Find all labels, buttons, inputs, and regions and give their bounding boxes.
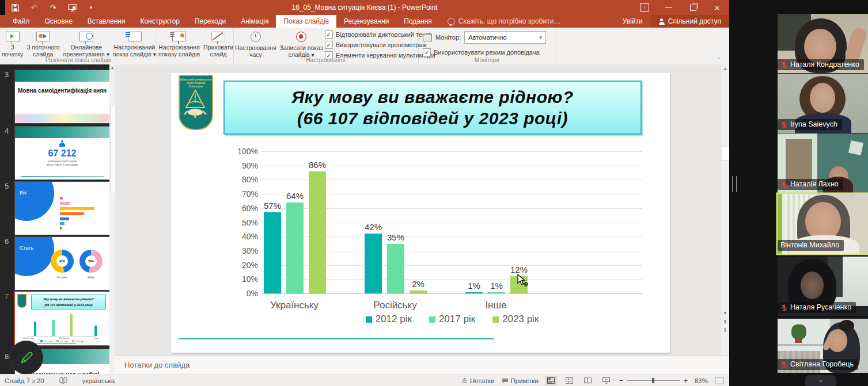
checkbox-presenter-view[interactable]: ✓Використовувати режим доповідача — [423, 48, 540, 56]
fit-to-window-icon[interactable] — [715, 377, 723, 384]
notes-toggle[interactable]: Нотатки — [461, 377, 494, 384]
mini-bar — [60, 212, 84, 215]
video-tile-2[interactable]: Iryna Saievych — [778, 74, 868, 133]
minimize-icon[interactable]: — — [657, 0, 681, 15]
scroll-up-icon[interactable]: ▲ — [109, 66, 115, 70]
person-icon — [659, 18, 665, 24]
normal-view-button[interactable] — [545, 376, 557, 385]
scrollbar-thumb[interactable] — [110, 106, 115, 193]
from-beginning-button[interactable]: Зпочатку — [0, 28, 25, 58]
thumbnail-scrollbar[interactable]: ▲ — [109, 64, 115, 374]
person-stat-icon — [59, 140, 65, 148]
monitor-dropdown[interactable]: Автоматично▾ — [464, 31, 546, 44]
start-slideshow-icon[interactable] — [67, 3, 77, 12]
restore-icon[interactable] — [681, 0, 705, 15]
video-tile-3[interactable]: Наталія Лахно — [778, 133, 868, 193]
mini-bar — [60, 222, 65, 225]
share-button[interactable]: Спільний доступ — [651, 15, 729, 28]
tab-slideshow[interactable]: Показ слайдів — [276, 15, 336, 28]
zoom-level[interactable]: 83% — [695, 377, 708, 384]
thumbnail-slide-5[interactable]: Вік — [15, 182, 109, 235]
scroll-down-icon[interactable]: ▼ — [721, 311, 729, 316]
rehearse-timings-button[interactable]: Настроюваннячасу — [233, 28, 278, 61]
save-icon[interactable] — [10, 3, 20, 12]
tab-animations[interactable]: Анімація — [233, 15, 276, 28]
sign-in-button[interactable]: Увійти — [615, 17, 651, 25]
group-start-slideshow: Зпочатку З поточногослайда Онлайновепрез… — [0, 28, 157, 64]
more-participants-button[interactable]: ⌄ — [805, 375, 836, 386]
previous-slide-icon[interactable]: ⇞ — [721, 319, 729, 325]
language-indicator[interactable]: українська — [82, 377, 115, 384]
window-controls: ↑ — × — [632, 0, 729, 15]
mini-bar — [60, 202, 70, 205]
tell-me-box[interactable]: Скажіть, що потрібно зробити… — [439, 15, 561, 28]
zoom-out-icon[interactable]: − — [619, 376, 624, 385]
video-tile-1[interactable]: Наталя Кондратенко — [778, 14, 868, 73]
zoom-in-icon[interactable]: + — [683, 376, 688, 385]
lightbulb-icon — [448, 18, 455, 25]
tab-review[interactable]: Рецензування — [336, 15, 396, 28]
bar-group — [87, 311, 109, 336]
slide-sorter-view-button[interactable] — [564, 376, 575, 385]
thumbnail-slide-7-current[interactable]: Яку мову ви вважаєте рідною?(66 107 відп… — [15, 292, 109, 345]
scroll-up-icon[interactable]: ▲ — [721, 66, 729, 71]
custom-slideshow-button[interactable]: Настроюванийпоказ слайдів ▾ — [111, 28, 158, 58]
bar — [70, 314, 73, 336]
bar-chart[interactable]: 57%64%86%42%35%2%1%1%12% — [262, 151, 642, 293]
hide-slide-button[interactable]: Приховатислайд — [202, 28, 235, 58]
bar — [387, 244, 404, 293]
slide-title-box[interactable]: Яку мову ви вважаєте рідною? (66 107 від… — [223, 81, 642, 135]
thumbnail-slide-3[interactable]: Мовна самоідентифікація киян — [15, 70, 109, 123]
close-icon[interactable]: × — [705, 0, 729, 15]
bar-column: 12% — [510, 151, 528, 293]
video-tile-5[interactable]: Наталя Русаченко — [778, 257, 868, 316]
zoom-slider[interactable]: − + — [619, 376, 688, 385]
y-axis-tick: 50% — [230, 218, 258, 227]
video-tile-4-active-speaker[interactable]: Вінтонів Михайло — [778, 194, 868, 254]
slide-canvas[interactable]: Київський університетімені Бориса Грінче… — [170, 72, 670, 353]
tab-insert[interactable]: Вставлення — [80, 15, 133, 28]
bar-column: 42% — [365, 151, 382, 293]
undo-icon[interactable]: ↶ — [29, 3, 39, 12]
group-label: Розпочати показ слайдів — [0, 57, 157, 63]
slide-header-band — [15, 70, 109, 82]
bar — [309, 171, 326, 293]
panel-resize-handle[interactable] — [732, 176, 737, 192]
annotation-pencil-button[interactable] — [10, 341, 43, 374]
record-icon — [296, 29, 306, 44]
reading-view-button[interactable] — [582, 376, 594, 385]
setup-slideshow-button[interactable]: Настроюванняпоказу слайдів — [157, 28, 202, 58]
checkbox-icon: ✓ — [325, 41, 333, 49]
spellcheck-icon[interactable] — [59, 377, 67, 385]
slide-number: 5 — [5, 182, 9, 190]
record-slideshow-button[interactable]: Записати показслайдів ▾ — [278, 28, 325, 61]
mini-legend: 2012 рік 2017 рік 2023 рік — [29, 340, 96, 343]
from-current-slide-button[interactable]: З поточногослайда — [25, 28, 61, 58]
present-online-button[interactable]: Онлайновепрезентування ▾ — [62, 28, 111, 58]
tab-file[interactable]: Файл — [5, 15, 37, 28]
mic-muted-icon — [780, 304, 788, 311]
editing-canvas: Київський університетімені Бориса Грінче… — [115, 64, 729, 356]
zoom-slider-track[interactable] — [627, 380, 680, 381]
tab-home[interactable]: Основне — [37, 15, 80, 28]
scrollbar-thumb[interactable] — [722, 147, 730, 160]
customize-qat-icon[interactable]: ▾ — [86, 3, 96, 12]
notes-pane[interactable]: Нотатки до слайда — [115, 356, 729, 374]
monitor-icon — [423, 34, 432, 41]
tab-view[interactable]: Подання — [396, 15, 439, 28]
collapse-ribbon-icon[interactable]: ⌃ — [717, 56, 721, 63]
vertical-scrollbar[interactable]: ▲ ▼ ⇞ ⇟ — [721, 64, 729, 356]
tab-design[interactable]: Конструктор — [132, 15, 187, 28]
comments-toggle[interactable]: Примітки — [502, 377, 539, 384]
thumbnail-slide-4[interactable]: 67 212 унікальних користувачів взяло уча… — [15, 127, 109, 179]
video-tile-6[interactable]: Світлана Горобець — [778, 319, 868, 373]
next-slide-icon[interactable]: ⇟ — [721, 327, 729, 333]
thumbnail-slide-6[interactable]: Стать 47% 53% Чоловіки Жінки — [15, 237, 109, 290]
redo-icon[interactable]: ↷ — [48, 3, 58, 12]
slideshow-view-button[interactable] — [601, 376, 612, 385]
group-monitors: Монітор: Автоматично▾ ✓Використовувати р… — [418, 28, 556, 64]
account-area: Увійти Спільний доступ — [615, 15, 729, 28]
ribbon-display-options-icon[interactable]: ↑ — [632, 0, 657, 15]
zoom-slider-handle[interactable] — [652, 378, 654, 383]
tab-transitions[interactable]: Переходи — [187, 15, 233, 28]
